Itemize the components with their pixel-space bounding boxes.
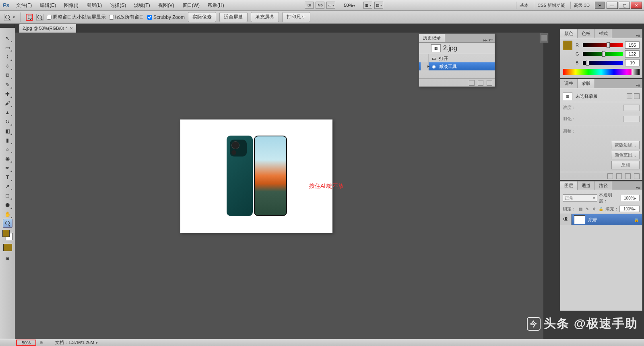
invert-button[interactable]: 反相 [611, 161, 640, 169]
g-slider[interactable] [583, 52, 623, 56]
trash-icon[interactable] [634, 173, 640, 179]
tab-channels[interactable]: 通道 [578, 181, 595, 190]
layer-visibility-icon[interactable]: 👁 [560, 214, 572, 225]
path-select-tool-icon[interactable]: ↗ [3, 182, 12, 191]
menu-help[interactable]: 帮助(H) [204, 2, 228, 9]
mask-footer-icon-3[interactable] [625, 173, 631, 179]
resize-window-checkbox[interactable]: 调整窗口大小以满屏显示 [47, 14, 106, 21]
lasso-tool-icon[interactable]: ⌇ [3, 52, 12, 61]
tab-masks[interactable]: 蒙版 [578, 79, 595, 88]
menu-view[interactable]: 视图(V) [154, 2, 178, 9]
blur-tool-icon[interactable]: ○ [3, 145, 12, 154]
marquee-tool-icon[interactable]: ▭ [3, 43, 12, 52]
quick-mask-icon[interactable]: ◙ [3, 254, 12, 263]
lock-position-icon[interactable]: ✥ [591, 206, 597, 212]
eyedropper-tool-icon[interactable]: ✎ [3, 80, 12, 89]
workspace-basic[interactable]: 基本 [516, 2, 532, 9]
lock-transparent-icon[interactable]: ▦ [578, 206, 583, 212]
collapsed-panel-icon[interactable] [541, 35, 547, 41]
feather-input[interactable] [623, 116, 640, 122]
menu-layer[interactable]: 图层(L) [83, 2, 106, 9]
b-slider[interactable] [583, 61, 623, 65]
g-value-input[interactable] [625, 50, 640, 58]
panel-menu-icon[interactable]: ▾≡ [634, 33, 642, 38]
history-snapshot-icon[interactable] [478, 80, 483, 86]
scrubby-zoom-checkbox[interactable]: Scrubby Zoom [147, 14, 185, 20]
vector-mask-icon[interactable] [634, 93, 640, 99]
eraser-tool-icon[interactable]: ◧ [3, 126, 12, 135]
window-restore-button[interactable]: ▢ [619, 2, 630, 9]
mask-footer-icon-2[interactable] [616, 173, 622, 179]
zoom-level-display[interactable]: 50% [337, 3, 361, 8]
history-brush-tool-icon[interactable]: ↻ [3, 117, 12, 126]
window-minimize-button[interactable]: — [607, 2, 618, 9]
minibridge-icon[interactable]: Mb [316, 2, 324, 9]
layer-item-background[interactable]: 👁 ▦ 背景 🔒 [560, 214, 642, 225]
healing-tool-icon[interactable]: ✚ [3, 89, 12, 98]
menu-select[interactable]: 选择(S) [106, 2, 130, 9]
status-document-info[interactable]: 文档：1.37M/1.26M [55, 340, 94, 346]
lock-all-icon[interactable]: 🔒 [598, 206, 604, 212]
shape-tool-icon[interactable]: □ [3, 191, 12, 200]
status-zoom-input[interactable]: 50% [16, 340, 36, 346]
pen-tool-icon[interactable]: ✒ [3, 163, 12, 172]
menu-image[interactable]: 图像(I) [60, 2, 82, 9]
extras-icon[interactable]: ▤ [374, 2, 383, 9]
tab-close-icon[interactable]: ✕ [70, 26, 73, 31]
tab-adjustments[interactable]: 调整 [560, 79, 578, 88]
color-range-button[interactable]: 颜色范围... [611, 151, 640, 159]
3d-tool-icon[interactable]: ⬢ [3, 200, 12, 209]
foreground-color-icon[interactable] [2, 230, 10, 237]
tab-layers[interactable]: 图层 [560, 181, 578, 190]
menu-edit[interactable]: 编辑(E) [36, 2, 60, 9]
dodge-tool-icon[interactable]: ◉ [3, 154, 12, 163]
history-snapshot-thumb[interactable]: ▦ [431, 44, 441, 52]
crop-tool-icon[interactable]: ⧉ [3, 71, 12, 80]
panel-collapse-icon[interactable]: ▸▸ ▾≡ [482, 38, 495, 42]
history-new-doc-icon[interactable] [469, 80, 475, 86]
spectrum-bar[interactable] [563, 69, 640, 75]
zoom-tool-indicator-icon[interactable] [4, 14, 11, 21]
blend-mode-select[interactable]: 正常▾ [563, 194, 597, 202]
canvas-document[interactable] [180, 119, 332, 233]
mask-footer-icon-1[interactable] [607, 173, 613, 179]
color-swatch[interactable] [563, 41, 572, 50]
gradient-tool-icon[interactable]: ▮ [3, 136, 12, 144]
layer-thumb-icon[interactable]: ▦ [574, 215, 585, 224]
zoom-all-windows-checkbox[interactable]: 缩放所有窗口 [109, 14, 144, 21]
document-tab[interactable]: 2.jpg @ 50%(RGB/8) * ✕ [19, 24, 76, 33]
opacity-input[interactable]: 100% ▸ [621, 195, 640, 201]
color-picker[interactable] [2, 230, 13, 240]
status-info-menu-icon[interactable]: ▸ [96, 340, 98, 345]
move-tool-icon[interactable]: ↖ [3, 34, 12, 43]
tab-color[interactable]: 颜色 [560, 29, 578, 38]
arrange-docs-icon[interactable]: ▦ [363, 2, 372, 9]
zoom-in-button[interactable] [26, 14, 33, 21]
print-size-button[interactable]: 打印尺寸 [282, 12, 310, 22]
b-value-input[interactable] [625, 59, 640, 66]
r-value-input[interactable] [625, 41, 640, 49]
history-trash-icon[interactable] [487, 80, 492, 86]
type-tool-icon[interactable]: T [3, 173, 12, 181]
pixel-mask-icon[interactable] [627, 93, 632, 99]
workspace-3d[interactable]: 高级 3D [570, 2, 593, 9]
window-close-button[interactable]: ✕ [631, 2, 642, 9]
panel-menu-icon[interactable]: ▾≡ [634, 185, 642, 190]
zoom-tool-icon[interactable] [3, 219, 12, 228]
brush-tool-icon[interactable]: 🖌 [3, 99, 12, 107]
panel-menu-icon[interactable]: ▾≡ [634, 83, 642, 88]
workspace-more-icon[interactable]: » [595, 2, 605, 9]
stamp-tool-icon[interactable]: ▲ [3, 108, 12, 117]
history-item-dodge[interactable]: ▸ ◉ 减淡工具 [419, 62, 495, 70]
lock-image-icon[interactable]: ✎ [584, 206, 590, 212]
tab-swatches[interactable]: 色板 [578, 29, 595, 38]
tab-paths[interactable]: 路径 [595, 181, 612, 190]
quickselect-tool-icon[interactable]: ✧ [3, 62, 12, 70]
fill-input[interactable]: 100% ▸ [619, 206, 640, 212]
quick-mask-swatch[interactable] [3, 244, 12, 251]
zoom-out-button[interactable] [36, 14, 43, 21]
tab-history[interactable]: 历史记录 [419, 34, 445, 42]
screen-mode-icon[interactable]: ▭ [326, 2, 335, 9]
tab-styles[interactable]: 样式 [595, 29, 612, 38]
mask-edge-button[interactable]: 蒙版边缘... [611, 141, 640, 149]
